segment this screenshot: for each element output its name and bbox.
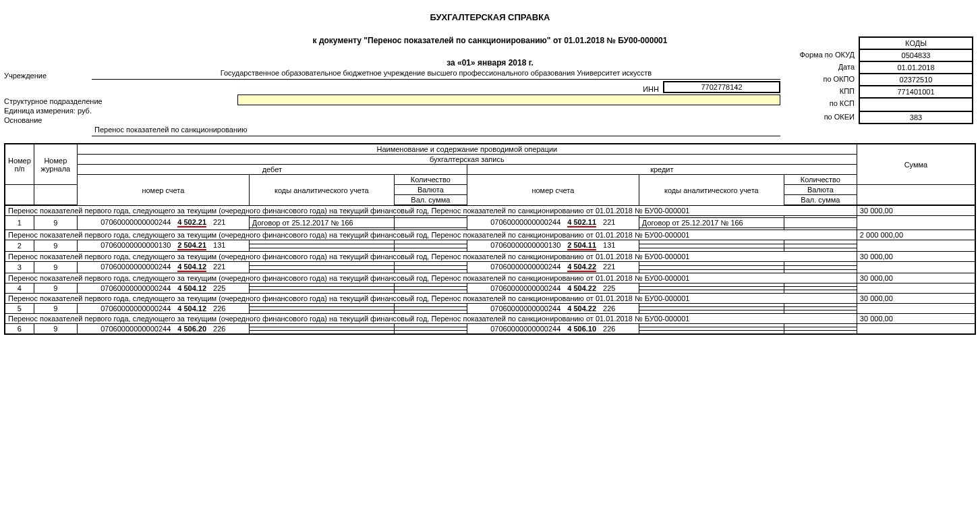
th-sum: Сумма (857, 144, 975, 185)
basis-value: Перенос показателей по санкционированию (92, 126, 780, 136)
row-sum: 30 000,00 (857, 252, 975, 262)
row-journal: 9 (34, 304, 77, 314)
row-journal: 9 (34, 262, 77, 273)
credit-account: 070600000000001302 504.11131 (467, 240, 639, 252)
th-credit-qty: Количество (784, 175, 857, 185)
row-sum-empty (857, 262, 975, 273)
label-ksp: по КСП (830, 99, 855, 107)
debit-account: 070600000000001302 504.21131 (77, 240, 249, 252)
label-struct: Структурное подразделение (4, 97, 103, 105)
row-num: 1 (5, 216, 34, 230)
doc-subtitle: к документу "Перенос показателей по санк… (4, 36, 976, 47)
label-okud: Форма по ОКУД (800, 51, 855, 59)
credit-analytic-2: Договор от 25.12.2017 № 166 (639, 218, 784, 228)
th-opname: Наименование и содержание проводимой опе… (77, 144, 857, 155)
row-journal: 9 (34, 216, 77, 230)
debit-account: 070600000000002444 504.12226 (77, 304, 249, 314)
code-okud: 0504833 (859, 49, 973, 61)
th-debit-account: номер счета (77, 175, 249, 206)
row-journal: 9 (34, 240, 77, 252)
row-sum: 30 000,00 (857, 205, 975, 216)
doc-period: за «01» января 2018 г. (4, 58, 976, 68)
code-kpp: 771401001 (859, 86, 973, 98)
debit-valsum (394, 331, 467, 335)
th-debit-analytics: коды аналитического учета (249, 175, 394, 206)
credit-account: 070600000000002444 502.11221 (467, 216, 639, 230)
doc-title: БУХГАЛТЕРСКАЯ СПРАВКА (4, 12, 976, 24)
label-inn: ИНН (643, 85, 659, 93)
th-entry: бухгалтерская запись (77, 155, 857, 165)
credit-currency (784, 218, 857, 228)
op-text: Перенос показателей первого года, следую… (5, 252, 857, 262)
label-org: Учреждение (4, 72, 92, 80)
th-credit-analytics: коды аналитического учета (639, 175, 784, 206)
row-sum-empty (857, 284, 975, 294)
debit-analytic-3 (249, 331, 394, 335)
code-okei: 383 (859, 111, 973, 124)
label-okei: по ОКЕИ (824, 113, 855, 121)
row-num: 4 (5, 284, 34, 294)
label-date: Дата (838, 63, 855, 71)
row-num: 2 (5, 240, 34, 252)
codes-header: КОДЫ (859, 36, 973, 49)
op-text: Перенос показателей первого года, следую… (5, 230, 857, 240)
row-sum: 30 000,00 (857, 314, 975, 324)
debit-account: 070600000000002444 502.21221 (77, 216, 249, 230)
row-sum: 30 000,00 (857, 294, 975, 304)
row-num: 5 (5, 304, 34, 314)
row-journal: 9 (34, 284, 77, 294)
th-debit-currency: Валюта (394, 185, 467, 195)
th-debit-valsum: Вал. сумма (394, 195, 467, 206)
code-okpo: 02372510 (859, 74, 973, 86)
credit-account: 070600000000002444 504.22226 (467, 304, 639, 314)
row-sum: 2 000 000,00 (857, 230, 975, 240)
th-credit-currency: Валюта (784, 185, 857, 195)
th-journal: Номер журнала (34, 144, 77, 185)
row-sum-empty (857, 324, 975, 335)
th-credit-valsum: Вал. сумма (784, 195, 857, 206)
row-sum-empty (857, 216, 975, 230)
code-date: 01.01.2018 (859, 61, 973, 74)
debit-currency (394, 218, 467, 228)
row-sum-empty (857, 304, 975, 314)
label-basis: Основание (4, 116, 92, 124)
label-unit: Единица измерения: руб. (4, 107, 92, 115)
th-credit-account: номер счета (467, 175, 639, 206)
inn-value: 7702778142 (663, 81, 780, 93)
codes-panel: КОДЫ Форма по ОКУД 0504833 Дата 01.01.20… (859, 36, 973, 124)
label-kpp: КПП (840, 87, 855, 95)
debit-analytic-2: Договор от 25.12.2017 № 166 (249, 218, 394, 228)
op-text: Перенос показателей первого года, следую… (5, 314, 857, 324)
row-sum: 30 000,00 (857, 273, 975, 284)
label-okpo: по ОКПО (823, 75, 855, 83)
credit-valsum (784, 331, 857, 335)
credit-analytic-3 (639, 331, 784, 335)
debit-account: 070600000000002444 506.20226 (77, 324, 249, 335)
row-journal: 9 (34, 324, 77, 335)
credit-account: 070600000000002444 504.22225 (467, 284, 639, 294)
row-sum-empty (857, 240, 975, 252)
debit-account: 070600000000002444 504.12225 (77, 284, 249, 294)
org-value: Государственное образовательное бюджетно… (92, 69, 780, 80)
credit-account: 070600000000002444 504.22221 (467, 262, 639, 273)
th-debit: дебет (77, 165, 467, 175)
th-num: Номер п/п (5, 144, 34, 185)
th-debit-qty: Количество (394, 175, 467, 185)
op-text: Перенос показателей первого года, следую… (5, 294, 857, 304)
th-credit: кредит (467, 165, 857, 175)
entries-table: Номер п/п Номер журнала Наименование и с… (4, 143, 976, 335)
row-num: 3 (5, 262, 34, 273)
struct-value[interactable] (237, 94, 780, 105)
debit-account: 070600000000002444 504.12221 (77, 262, 249, 273)
op-text: Перенос показателей первого года, следую… (5, 273, 857, 284)
op-text: Перенос показателей первого года, следую… (5, 205, 857, 216)
code-ksp (859, 98, 973, 111)
row-num: 6 (5, 324, 34, 335)
credit-account: 070600000000002444 506.10226 (467, 324, 639, 335)
